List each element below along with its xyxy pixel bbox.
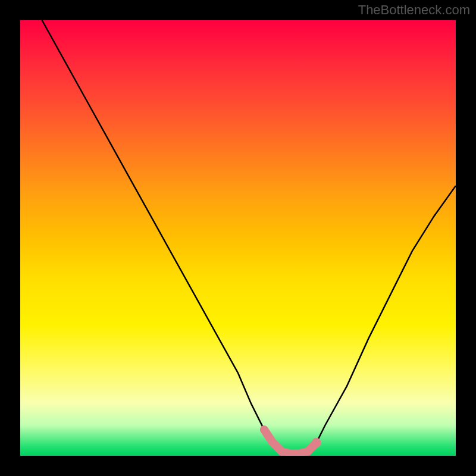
watermark-text: TheBottleneck.com	[358, 2, 470, 18]
chart-curve-canvas	[20, 20, 456, 456]
